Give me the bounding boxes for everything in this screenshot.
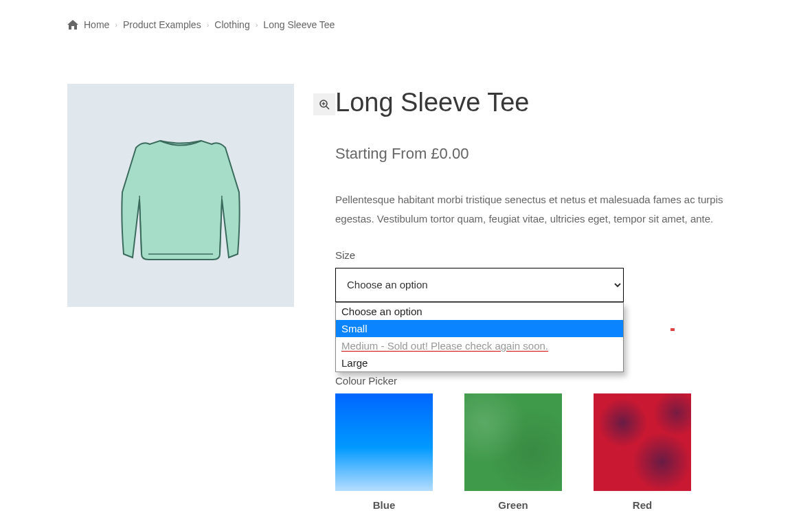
size-option-small[interactable]: Small [336,320,623,337]
colour-swatches: Blue Green Red [335,393,745,511]
swatch-image-green [464,393,562,491]
size-option-medium[interactable]: Medium - Sold out! Please check again so… [336,337,623,354]
swatch-blue[interactable]: Blue [335,393,433,511]
swatch-red[interactable]: Red [594,393,691,511]
breadcrumb-home[interactable]: Home [84,19,109,30]
swatch-label-red: Red [594,499,691,511]
svg-line-1 [326,106,329,109]
product-price: Starting From £0.00 [335,145,745,163]
chevron-right-icon: › [256,21,258,29]
home-icon[interactable] [67,20,78,30]
product-title: Long Sleeve Tee [335,88,745,117]
product-image[interactable] [67,84,294,307]
breadcrumb-current: Long Sleeve Tee [263,19,335,30]
colour-label: Colour Picker [335,375,745,387]
swatch-image-blue [335,393,433,491]
chevron-right-icon: › [115,21,117,29]
size-select[interactable]: Choose an option [335,268,624,302]
size-dropdown-list: Choose an option Small Medium - Sold out… [335,302,624,372]
zoom-button[interactable] [313,93,335,115]
annotation-dot [670,328,675,331]
size-option-large[interactable]: Large [336,354,623,371]
size-option-placeholder[interactable]: Choose an option [336,303,623,320]
size-label: Size [335,249,745,261]
breadcrumb-clothing[interactable]: Clothing [214,19,249,30]
swatch-green[interactable]: Green [464,393,562,511]
product-gallery [67,84,294,511]
product-description: Pellentesque habitant morbi tristique se… [335,190,745,229]
breadcrumb-product-examples[interactable]: Product Examples [123,19,201,30]
swatch-image-red [594,393,691,491]
chevron-right-icon: › [207,21,210,29]
size-select-wrap: Choose an option Choose an option Small … [335,268,624,302]
breadcrumb: Home › Product Examples › Clothing › Lon… [67,0,745,49]
swatch-label-blue: Blue [335,499,433,511]
swatch-label-green: Green [464,499,562,511]
